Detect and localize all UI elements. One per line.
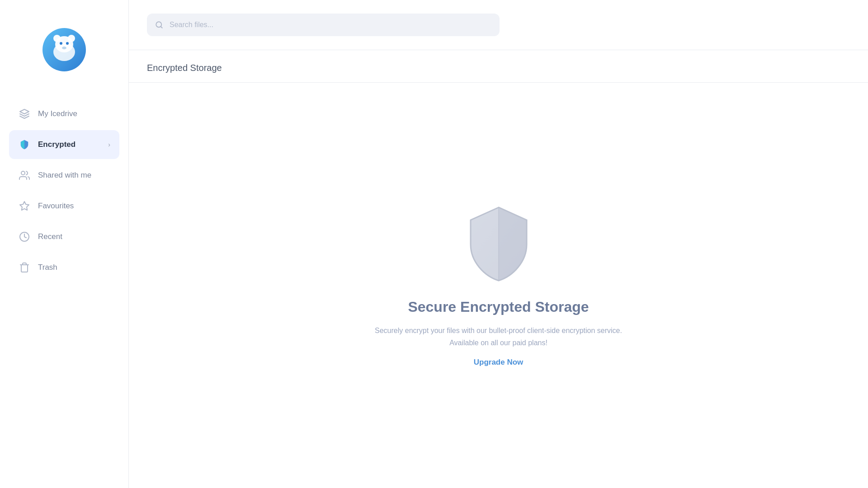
- top-bar: [129, 0, 868, 50]
- empty-state-title: Secure Encrypted Storage: [408, 299, 589, 315]
- empty-state-description: Securely encrypt your files with our bul…: [375, 324, 622, 349]
- sidebar-item-favourites[interactable]: Favourites: [9, 192, 119, 221]
- svg-point-4: [53, 43, 75, 61]
- shield-icon: [18, 138, 31, 151]
- shield-illustration: [462, 204, 535, 281]
- content-header: Encrypted Storage: [129, 50, 868, 83]
- sidebar-item-my-icedrive-label: My Icedrive: [38, 109, 77, 118]
- svg-line-12: [160, 26, 162, 28]
- search-container: [147, 14, 500, 36]
- sidebar-item-recent[interactable]: Recent: [9, 222, 119, 251]
- sidebar-item-favourites-label: Favourites: [38, 202, 74, 211]
- svg-point-6: [66, 42, 69, 45]
- layers-icon: [18, 108, 31, 120]
- nav-list: My Icedrive Encrypted › Shared: [0, 99, 128, 284]
- search-icon: [155, 21, 163, 29]
- sidebar-item-my-icedrive[interactable]: My Icedrive: [9, 99, 119, 128]
- trash-icon: [18, 261, 31, 274]
- svg-point-7: [62, 47, 66, 49]
- sidebar-item-trash[interactable]: Trash: [9, 253, 119, 282]
- sidebar-item-encrypted[interactable]: Encrypted ›: [9, 130, 119, 159]
- sidebar-item-trash-label: Trash: [38, 263, 57, 272]
- chevron-right-icon: ›: [108, 141, 110, 148]
- svg-point-2: [53, 35, 61, 42]
- search-input[interactable]: [147, 14, 500, 36]
- upgrade-now-link[interactable]: Upgrade Now: [474, 358, 524, 367]
- svg-point-3: [68, 35, 75, 42]
- main-content: Encrypted Storage: [129, 0, 868, 488]
- star-icon: [18, 200, 31, 212]
- sidebar-item-shared-label: Shared with me: [38, 171, 91, 180]
- sidebar-item-recent-label: Recent: [38, 232, 62, 241]
- svg-point-5: [60, 42, 62, 45]
- clock-icon: [18, 230, 31, 243]
- svg-marker-9: [20, 202, 29, 210]
- app-logo: [42, 27, 87, 72]
- sidebar: My Icedrive Encrypted › Shared: [0, 0, 129, 488]
- content-area: Secure Encrypted Storage Securely encryp…: [129, 83, 868, 488]
- users-icon: [18, 169, 31, 182]
- empty-state: Secure Encrypted Storage Securely encryp…: [375, 204, 622, 367]
- sidebar-item-shared-with-me[interactable]: Shared with me: [9, 161, 119, 190]
- svg-point-8: [21, 171, 25, 175]
- page-title: Encrypted Storage: [147, 63, 850, 73]
- sidebar-item-encrypted-label: Encrypted: [38, 140, 75, 149]
